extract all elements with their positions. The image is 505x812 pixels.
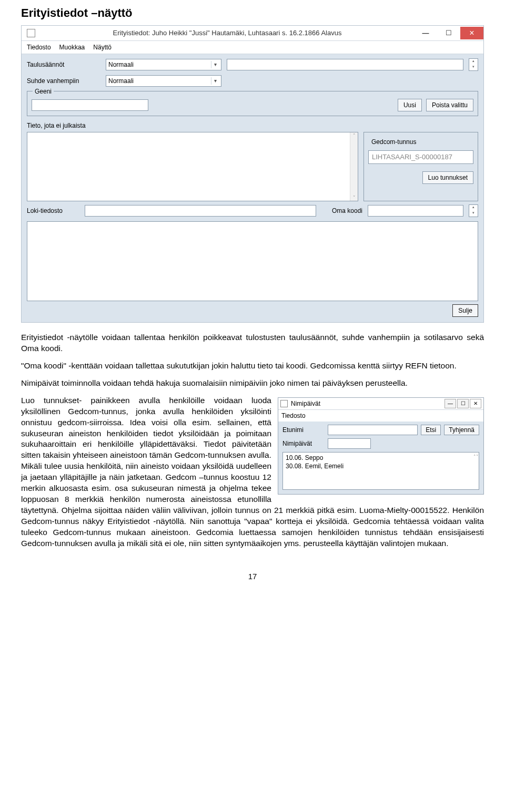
nimipaivat-label: Nimipäivät (282, 439, 325, 448)
close-button[interactable]: × (460, 27, 483, 39)
loki-label: Loki-tiedosto (27, 207, 79, 215)
window-title: Nimipäivät (291, 399, 443, 408)
loki-input[interactable] (85, 205, 316, 217)
menu-naytto[interactable]: Näyttö (93, 43, 112, 52)
results-list[interactable]: 10.06. Seppo 30.08. Eemil, Eemeli ˄˅ (282, 452, 479, 490)
menubar: Tiedosto Muokkaa Näyttö (22, 41, 483, 54)
taulusaannot-dropdown[interactable]: Normaali ▾ (106, 59, 221, 70)
etsi-button[interactable]: Etsi (421, 425, 441, 435)
taulusaannot-label: Taulusäännöt (27, 60, 100, 69)
body-paragraph: "Oma koodi" -kenttään voidaan tallettaa … (21, 361, 484, 372)
list-item: 30.08. Eemil, Eemeli (286, 462, 476, 471)
list-item: 10.06. Seppo (286, 454, 476, 462)
minimize-button[interactable]: — (414, 27, 437, 39)
chevron-down-icon: ▾ (211, 61, 219, 68)
etunimi-input[interactable] (328, 425, 418, 435)
geeni-input[interactable] (32, 99, 148, 111)
suhde-dropdown[interactable]: Normaali ▾ (106, 75, 221, 87)
maximize-button[interactable]: ☐ (437, 27, 460, 39)
app-icon (27, 29, 35, 37)
menu-tiedosto[interactable]: Tiedosto (281, 412, 306, 419)
suhde-value: Normaali (108, 77, 211, 85)
chevron-down-icon: ▾ (211, 77, 219, 85)
oma-koodi-label: Oma koodi (332, 207, 362, 215)
nimipaivat-date-input[interactable] (328, 438, 371, 449)
erityistiedot-window: Erityistiedot: Juho Heikki "Jussi" Hauta… (21, 25, 484, 323)
taulusaannot-value: Normaali (108, 60, 211, 69)
sulje-button[interactable]: Sulje (452, 304, 478, 317)
oma-koodi-input[interactable] (368, 205, 463, 217)
notpublic-textarea[interactable]: ˄˅ (27, 132, 358, 201)
taulusaannot-extra-input[interactable] (227, 59, 463, 70)
maximize-button[interactable]: ☐ (457, 399, 469, 408)
page-title: Erityistiedot –näyttö (21, 5, 484, 21)
menu-muokkaa[interactable]: Muokkaa (59, 43, 85, 52)
suhde-label: Suhde vanhempiin (27, 77, 100, 85)
close-button[interactable]: ✕ (470, 399, 481, 408)
gedcom-legend: Gedcom-tunnus (369, 138, 418, 146)
page-number: 17 (21, 571, 484, 582)
geeni-legend: Geeni (33, 87, 54, 96)
tyhjenna-button[interactable]: Tyhjennä (444, 425, 479, 435)
titlebar: Nimipäivät — ☐ ✕ (278, 398, 483, 410)
poista-valittu-button[interactable]: Poista valittu (426, 99, 473, 111)
notpublic-label: Tieto, jota ei julkaista (27, 121, 478, 130)
titlebar: Erityistiedot: Juho Heikki "Jussi" Hauta… (22, 26, 483, 41)
menu-tiedosto[interactable]: Tiedosto (27, 43, 51, 52)
gedcom-value-field[interactable]: LIHTASAARI_S-00000187 (368, 150, 473, 164)
nimipaivat-window: Nimipäivät — ☐ ✕ Tiedosto Etunimi Etsi T… (278, 397, 484, 495)
geeni-group: Geeni Uusi Poista valittu (27, 91, 478, 116)
scrollbar[interactable]: ˄˅ (473, 453, 479, 489)
uusi-button[interactable]: Uusi (398, 99, 422, 111)
minimize-button[interactable]: — (445, 399, 456, 408)
spinner[interactable]: ▴▾ (469, 58, 478, 71)
luo-tunnukset-button[interactable]: Luo tunnukset (422, 171, 473, 184)
body-paragraph: Nimipäivät toiminnolla voidaan tehdä hak… (21, 378, 484, 389)
body-paragraph: Erityistiedot -näytölle voidaan tallenta… (21, 332, 484, 354)
etunimi-label: Etunimi (282, 426, 325, 434)
gedcom-group: Gedcom-tunnus LIHTASAARI_S-00000187 Luo … (363, 132, 478, 201)
app-icon (280, 400, 288, 407)
window-title: Erityistiedot: Juho Heikki "Jussi" Hauta… (41, 28, 414, 38)
spinner[interactable]: ▴▾ (469, 204, 478, 217)
scrollbar[interactable]: ˄˅ (350, 132, 358, 201)
bottom-textarea[interactable] (27, 221, 478, 301)
